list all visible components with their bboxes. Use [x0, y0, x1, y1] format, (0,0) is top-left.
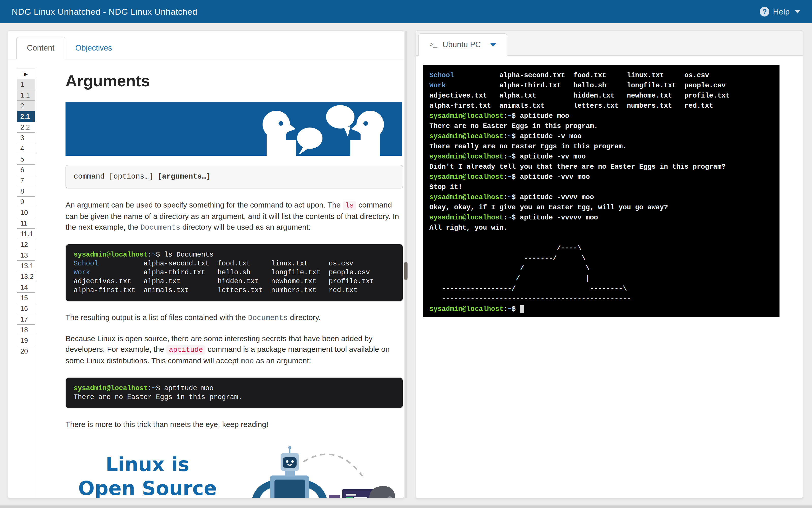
- nav-item-4[interactable]: 4: [17, 143, 35, 154]
- nav-item-18[interactable]: 18: [17, 324, 35, 335]
- example-terminal-aptitude: sysadmin@localhost:~$ aptitude mooThere …: [65, 377, 403, 409]
- terminal-line: /----\: [430, 243, 779, 253]
- help-menu[interactable]: ? Help: [760, 7, 800, 16]
- terminal-line: -----------------/ --------\: [430, 284, 779, 294]
- illustration-title-line2: Open Source: [74, 476, 221, 498]
- nav-item-11.1[interactable]: 11.1: [17, 228, 35, 239]
- top-bar: NDG Linux Unhatched - NDG Linux Unhatche…: [0, 0, 812, 24]
- terminal-tabbar: >_ Ubuntu PC: [416, 31, 803, 56]
- terminal-line: All right, you win.: [430, 223, 779, 233]
- terminal-line: sysadmin@localhost:~$ aptitude -v moo: [430, 131, 779, 141]
- nav-item-14[interactable]: 14: [17, 282, 35, 292]
- terminal-line: sysadmin@localhost:~$ aptitude -vv moo: [430, 152, 779, 162]
- illustration-title-line1: Linux is: [74, 453, 221, 476]
- nav-item-7[interactable]: 7: [17, 175, 35, 186]
- nav-item-12[interactable]: 12: [17, 239, 35, 250]
- nav-item-17[interactable]: 17: [17, 314, 35, 324]
- nav-item-1[interactable]: 1: [17, 79, 35, 90]
- terminal-line: -------/ \: [430, 253, 779, 263]
- nav-item-16[interactable]: 16: [17, 303, 35, 314]
- app-window: NDG Linux Unhatched - NDG Linux Unhatche…: [0, 0, 812, 508]
- terminal-line: sysadmin@localhost:~$ aptitude moo: [74, 384, 395, 393]
- terminal-line: Stop it!: [430, 182, 779, 192]
- paragraph-resulting-output: The resulting output is a list of files …: [65, 312, 403, 324]
- terminal-line: School alpha-second.txt food.txt linux.t…: [430, 70, 779, 81]
- nav-item-5[interactable]: 5: [17, 154, 35, 164]
- terminal-line: alpha-first.txt animals.txt letters.txt …: [430, 101, 779, 111]
- window-title: NDG Linux Unhatched - NDG Linux Unhatche…: [12, 7, 197, 17]
- terminal-line: There are no Easter Eggs in this program…: [74, 393, 395, 402]
- nav-item-13[interactable]: 13: [17, 250, 35, 260]
- tab-content[interactable]: Content: [16, 37, 65, 59]
- nav-item-2.1[interactable]: 2.1: [17, 111, 35, 122]
- nav-item-8[interactable]: 8: [17, 186, 35, 196]
- nav-play-button[interactable]: ▶: [17, 69, 35, 79]
- terminal-panel: >_ Ubuntu PC School alpha-second.txt foo…: [416, 31, 803, 498]
- terminal-line: Didn't I already tell you that there are…: [430, 162, 779, 172]
- terminal-line: Work alpha-third.txt hello.sh longfile.t…: [430, 81, 779, 91]
- nav-item-11[interactable]: 11: [17, 218, 35, 228]
- nav-item-13.1[interactable]: 13.1: [17, 260, 35, 271]
- help-icon: ?: [760, 7, 769, 16]
- terminal-line: sysadmin@localhost:~$ aptitude -vvvv moo: [430, 192, 779, 203]
- help-label: Help: [773, 7, 790, 16]
- terminal-line: sysadmin@localhost:~$ aptitude -vvvvv mo…: [430, 213, 779, 223]
- page-title: Arguments: [65, 72, 403, 90]
- terminal-line: adjectives.txt alpha.txt hidden.txt newh…: [430, 91, 779, 101]
- terminal-dropdown-caret[interactable]: [490, 43, 496, 47]
- terminal-line: There are no Easter Eggs in this program…: [430, 121, 779, 131]
- paragraph-arguments: An argument can be used to specify somet…: [65, 200, 403, 233]
- nav-item-19[interactable]: 19: [17, 335, 35, 346]
- terminal-line: sysadmin@localhost:~$: [430, 304, 779, 314]
- terminal-line: Okay, okay, if I give you an Easter Egg,…: [430, 203, 779, 213]
- robot-and-kid-image: [227, 446, 395, 498]
- nav-item-20[interactable]: 20: [17, 346, 35, 356]
- lesson-nav: ▶ 11.122.12.23456789101111.1121313.113.2…: [17, 69, 35, 498]
- terminal-line: alpha-first.txt animals.txt letters.txt …: [74, 286, 395, 295]
- open-source-illustration: Linux is Open Source Linux is developed …: [65, 446, 403, 498]
- nav-item-3[interactable]: 3: [17, 132, 35, 143]
- tab-objectives[interactable]: Objectives: [65, 37, 122, 59]
- paragraph-open-source: Because Linux is open source, there are …: [65, 333, 403, 367]
- example-terminal-ls: sysadmin@localhost:~$ ls DocumentsSchool…: [65, 244, 403, 301]
- terminal-line: sysadmin@localhost:~$ ls Documents: [74, 250, 395, 259]
- arguments-banner-image: [65, 102, 402, 156]
- tab-ubuntu-pc[interactable]: >_ Ubuntu PC: [418, 33, 507, 56]
- nav-item-10[interactable]: 10: [17, 207, 35, 218]
- command-syntax-box: command [options…] [arguments…]: [65, 165, 403, 188]
- terminal-line: / |: [430, 273, 779, 284]
- window-bottom-edge: [0, 505, 812, 508]
- terminal-line: / \: [430, 263, 779, 273]
- terminal-line: School alpha-second.txt food.txt linux.t…: [74, 259, 395, 268]
- content-tabbar: Content Objectives: [8, 31, 404, 59]
- nav-item-13.2[interactable]: 13.2: [17, 271, 35, 282]
- nav-item-9[interactable]: 9: [17, 196, 35, 207]
- terminal-line: sysadmin@localhost:~$ aptitude -vvv moo: [430, 172, 779, 182]
- terminal-line: adjectives.txt alpha.txt hidden.txt newh…: [74, 277, 395, 286]
- nav-item-1.1[interactable]: 1.1: [17, 90, 35, 100]
- nav-item-15[interactable]: 15: [17, 292, 35, 303]
- lesson-body: ▶ 11.122.12.23456789101111.1121313.113.2…: [8, 59, 404, 498]
- terminal-line: sysadmin@localhost:~$ aptitude moo: [430, 111, 779, 121]
- terminal-line: ----------------------------------------…: [430, 294, 779, 304]
- nav-item-2[interactable]: 2: [17, 100, 35, 111]
- paragraph-closing: There is more to this trick than meets t…: [65, 419, 403, 430]
- terminal-prompt-icon: >_: [430, 41, 437, 49]
- play-icon: ▶: [24, 71, 28, 77]
- nav-item-2.2[interactable]: 2.2: [17, 122, 35, 132]
- chevron-down-icon: [795, 10, 800, 13]
- terminal-cursor: [520, 305, 524, 313]
- terminal-line: Work alpha-third.txt hello.sh longfile.t…: [74, 268, 395, 277]
- terminal-tab-label: Ubuntu PC: [443, 40, 481, 49]
- content-panel: Content Objectives ▶ 11.122.12.234567891…: [8, 31, 404, 498]
- terminal-line: [430, 233, 779, 243]
- nav-item-6[interactable]: 6: [17, 164, 35, 175]
- terminal-line: There really are no Easter Eggs in this …: [430, 141, 779, 152]
- open-source-text: Linux is Open Source Linux is developed …: [74, 446, 221, 498]
- lesson-content: Arguments: [65, 66, 403, 498]
- ubuntu-terminal[interactable]: School alpha-second.txt food.txt linux.t…: [423, 65, 779, 317]
- splitter-handle[interactable]: [404, 262, 408, 280]
